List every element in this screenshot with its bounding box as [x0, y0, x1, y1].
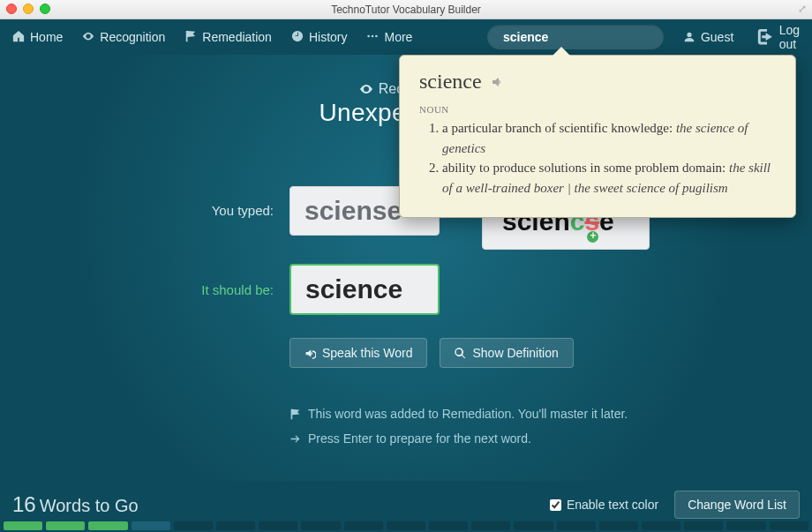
- progress-segment: [4, 521, 42, 530]
- main-panel: Recognition Unexpected Co You typed: sci…: [0, 55, 812, 481]
- action-buttons: Speak this Word Show Definition: [289, 338, 733, 368]
- nav-more[interactable]: More: [366, 30, 412, 45]
- nav-more-label: More: [384, 30, 412, 44]
- popover-word: science: [419, 70, 776, 94]
- definition-popover: science NOUN a particular branch of scie…: [399, 55, 796, 218]
- zoom-window-button[interactable]: [40, 4, 50, 14]
- nav-guest-label: Guest: [701, 30, 733, 44]
- show-definition-label: Show Definition: [472, 346, 558, 360]
- search-box[interactable]: [487, 25, 664, 49]
- hint-notes: This word was added to Remediation. You'…: [289, 401, 733, 451]
- search-input[interactable]: [503, 30, 669, 44]
- progress-segment: [642, 521, 680, 530]
- speak-word-label: Speak this Word: [322, 346, 412, 360]
- more-icon: [366, 30, 379, 45]
- eye-icon: [359, 82, 373, 96]
- progress-segment: [770, 521, 808, 530]
- user-icon: [683, 31, 695, 43]
- nav-home-label: Home: [30, 30, 63, 44]
- speaker-icon[interactable]: [491, 75, 505, 89]
- search-icon: [455, 348, 466, 359]
- window-title: TechnoTutor Vocabulary Builder: [331, 4, 481, 16]
- words-to-go-label: Words to Go: [40, 496, 139, 515]
- nav-home[interactable]: Home: [12, 30, 63, 45]
- words-to-go-count: 16: [12, 492, 36, 516]
- svg-point-1: [372, 34, 374, 37]
- flag-icon: [184, 30, 197, 45]
- hint-remediation: This word was added to Remediation. You'…: [289, 401, 733, 426]
- speaker-icon: [304, 348, 316, 359]
- enable-text-color-toggle[interactable]: Enable text color: [550, 498, 658, 512]
- plus-icon: +: [587, 231, 598, 243]
- clock-icon: [291, 30, 304, 45]
- svg-point-2: [376, 34, 379, 37]
- definition-2-text: ability to produce solutions in some pro…: [442, 161, 729, 175]
- popover-word-text: science: [419, 70, 482, 94]
- words-to-go: 16Words to Go: [12, 492, 139, 517]
- progress-segment: [514, 521, 553, 530]
- progress-segment: [557, 521, 596, 530]
- definitions-list: a particular branch of scientific knowle…: [442, 118, 776, 198]
- should-be-box: science: [289, 264, 440, 315]
- progress-bar: [0, 521, 812, 532]
- enable-text-color-label: Enable text color: [567, 498, 658, 512]
- progress-segment: [174, 521, 213, 530]
- speak-word-button[interactable]: Speak this Word: [289, 338, 427, 368]
- nav-logout-label: Log out: [779, 23, 800, 51]
- nav-remediation-label: Remediation: [202, 30, 272, 44]
- definition-1-text: a particular branch of scientific knowle…: [442, 121, 676, 135]
- definition-2: ability to produce solutions in some pro…: [442, 158, 776, 198]
- progress-segment: [46, 521, 85, 530]
- nav-guest[interactable]: Guest: [683, 30, 733, 44]
- enable-text-color-checkbox[interactable]: [550, 499, 561, 511]
- nav-remediation[interactable]: Remediation: [184, 30, 272, 45]
- nav-recognition[interactable]: Recognition: [82, 30, 165, 45]
- should-be-label: It should be:: [79, 282, 274, 297]
- progress-segment: [132, 521, 170, 530]
- mac-titlebar: TechnoTutor Vocabulary Builder ⤢: [0, 0, 812, 19]
- flag-icon: [289, 408, 301, 420]
- eye-icon: [82, 30, 94, 45]
- logout-icon: [753, 26, 773, 47]
- svg-point-0: [368, 34, 371, 37]
- change-word-list-label: Change Word List: [688, 498, 786, 512]
- progress-segment: [599, 521, 638, 530]
- traffic-lights: [6, 4, 50, 14]
- part-of-speech: NOUN: [419, 104, 776, 115]
- show-definition-button[interactable]: Show Definition: [440, 338, 573, 368]
- progress-segment: [387, 521, 425, 530]
- home-icon: [12, 30, 25, 45]
- you-typed-label: You typed:: [79, 203, 274, 218]
- arrow-right-icon: [289, 433, 301, 445]
- progress-segment: [429, 521, 468, 530]
- progress-segment: [471, 521, 510, 530]
- footer: 16Words to Go Enable text color Change W…: [0, 481, 812, 532]
- minimize-window-button[interactable]: [23, 4, 34, 14]
- progress-segment: [216, 521, 255, 530]
- progress-segment: [344, 521, 383, 530]
- nav-recognition-label: Recognition: [100, 30, 165, 44]
- hint-next-text: Press Enter to prepare for the next word…: [308, 426, 531, 451]
- nav-history-label: History: [309, 30, 348, 44]
- definition-1: a particular branch of scientific knowle…: [442, 118, 776, 158]
- nav-logout[interactable]: Log out: [753, 23, 800, 51]
- hint-remediation-text: This word was added to Remediation. You'…: [308, 401, 628, 426]
- progress-segment: [88, 521, 127, 530]
- hint-next: Press Enter to prepare for the next word…: [289, 426, 733, 451]
- change-word-list-button[interactable]: Change Word List: [674, 491, 800, 519]
- progress-segment: [684, 521, 723, 530]
- nav-history[interactable]: History: [291, 30, 348, 45]
- close-window-button[interactable]: [6, 4, 17, 14]
- progress-segment: [726, 521, 765, 530]
- expand-icon[interactable]: ⤢: [798, 3, 807, 15]
- progress-segment: [301, 521, 340, 530]
- top-nav: Home Recognition Remediation History Mor…: [0, 19, 812, 55]
- progress-segment: [259, 521, 297, 530]
